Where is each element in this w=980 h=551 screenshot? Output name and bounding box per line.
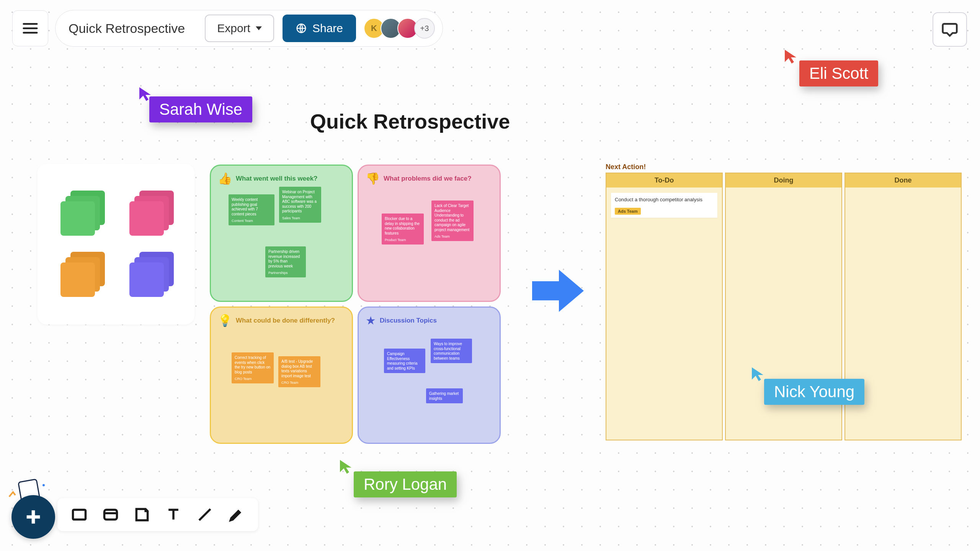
- sticky-note[interactable]: Partnership driven revenue increased by …: [265, 246, 306, 277]
- card-icon: [102, 506, 119, 523]
- comments-button[interactable]: [933, 12, 967, 47]
- kanban-column-todo[interactable]: To-Do Conduct a thorough competitor anal…: [606, 173, 723, 440]
- hamburger-icon: [21, 20, 39, 37]
- quad-title: What problems did we face?: [384, 175, 472, 183]
- tool-rectangle[interactable]: [69, 504, 90, 525]
- sticky-note[interactable]: Correct tracking of events when click th…: [232, 352, 274, 383]
- chat-bubble-icon: [941, 21, 958, 38]
- export-button[interactable]: Export: [205, 15, 274, 42]
- arrow-right-icon: [528, 264, 586, 318]
- sticky-stack-purple[interactable]: [129, 252, 172, 298]
- add-fab[interactable]: [11, 495, 55, 539]
- kanban-card-tag: Ads Team: [615, 208, 641, 215]
- sticky-note[interactable]: Blocker due to a delay in shipping the n…: [382, 214, 424, 245]
- tool-sticky[interactable]: [132, 504, 152, 525]
- kanban-title: Next Action!: [606, 163, 962, 171]
- kanban-column-header: To-Do: [606, 173, 722, 187]
- quad-improve[interactable]: 💡 What could be done differently? Correc…: [210, 306, 353, 444]
- tool-highlighter[interactable]: [226, 504, 247, 525]
- sticky-note[interactable]: Gathering market insights: [426, 388, 463, 403]
- sticky-note[interactable]: Lack of Clear Target Audience Understand…: [431, 201, 474, 241]
- retro-grid: 👍 What went well this week? Weekly conte…: [210, 165, 501, 444]
- kanban-column-header: Doing: [726, 173, 841, 187]
- quad-title: Discussion Topics: [380, 317, 437, 324]
- kanban-column-header: Done: [845, 173, 961, 187]
- sticky-stack-pink[interactable]: [129, 191, 172, 236]
- kanban-card-text: Conduct a thorough competitor analysis: [615, 197, 714, 202]
- text-icon: [165, 506, 182, 523]
- tool-text[interactable]: [163, 504, 184, 525]
- document-bar: Quick Retrospective Export Share K +3: [55, 10, 443, 47]
- top-bar: Quick Retrospective Export Share K +3: [12, 10, 443, 47]
- svg-rect-1: [73, 510, 86, 520]
- sticky-stack-green[interactable]: [60, 191, 103, 236]
- cursor-label-text: Eli Scott: [799, 60, 878, 86]
- sticky-stack-orange[interactable]: [60, 252, 103, 298]
- chevron-down-icon: [256, 26, 262, 30]
- avatar-more[interactable]: +3: [414, 18, 435, 39]
- quad-problems[interactable]: 👎 What problems did we face? Blocker due…: [358, 165, 501, 302]
- cursor-icon: [750, 366, 766, 383]
- quad-title: What could be done differently?: [236, 317, 335, 324]
- tool-line[interactable]: [194, 504, 215, 525]
- kanban-card[interactable]: Conduct a thorough competitor analysis A…: [611, 193, 717, 218]
- highlighter-icon: [228, 506, 245, 523]
- sticky-note[interactable]: Weekly content publishing goal achieved …: [229, 194, 274, 225]
- cursor-label-text: Nick Young: [764, 379, 864, 405]
- svg-point-6: [42, 484, 45, 486]
- line-icon: [196, 506, 213, 523]
- menu-button[interactable]: [12, 10, 48, 46]
- cursor-label-text: Sarah Wise: [149, 96, 252, 122]
- sticky-note[interactable]: A/B test - Upgrade dialog box AB test te…: [278, 356, 320, 387]
- globe-icon: [296, 23, 307, 34]
- sticky-note[interactable]: Campaign Effectiveness measuring criteri…: [384, 349, 425, 373]
- cursor-label-text: Rory Logan: [354, 471, 457, 497]
- quad-discussion[interactable]: ★ Discussion Topics Campaign Effectivene…: [358, 306, 501, 444]
- quad-went-well[interactable]: 👍 What went well this week? Weekly conte…: [210, 165, 353, 302]
- sticky-palette: [38, 164, 194, 324]
- cursor-icon: [338, 458, 354, 475]
- sticky-note[interactable]: Webinar on Project Management with ABC s…: [279, 187, 321, 223]
- document-title[interactable]: Quick Retrospective: [69, 21, 196, 36]
- thumbs-up-icon: 👍: [218, 172, 232, 185]
- plus-icon: [23, 507, 43, 527]
- share-button[interactable]: Share: [283, 15, 356, 42]
- thumbs-down-icon: 👎: [366, 172, 380, 185]
- svg-line-4: [199, 509, 210, 520]
- tool-card[interactable]: [100, 504, 121, 525]
- rectangle-icon: [71, 506, 88, 523]
- canvas-title: Quick Retrospective: [310, 109, 510, 133]
- svg-rect-2: [105, 510, 117, 520]
- sticky-note-icon: [134, 506, 150, 523]
- export-label: Export: [217, 22, 250, 35]
- star-icon: ★: [366, 314, 376, 327]
- lightbulb-icon: 💡: [218, 314, 232, 327]
- sticky-note[interactable]: Ways to improve cross-functional communi…: [431, 339, 472, 363]
- cursor-icon: [783, 48, 799, 65]
- share-label: Share: [312, 22, 343, 35]
- bottom-toolbar: [57, 498, 258, 531]
- collaborator-avatars: K +3: [368, 18, 435, 39]
- quad-title: What went well this week?: [236, 175, 317, 183]
